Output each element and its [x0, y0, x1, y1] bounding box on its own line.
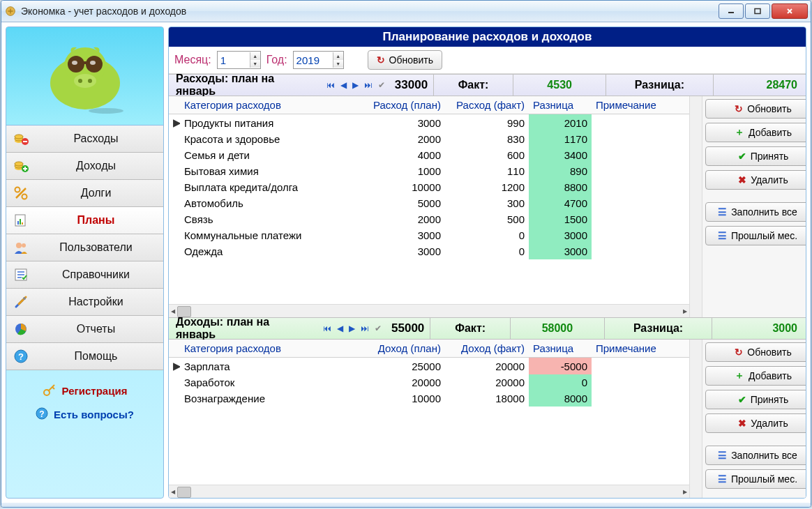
cell-plan: 25000 — [361, 358, 445, 375]
income-hscroll[interactable]: ◀▶ — [169, 485, 689, 498]
table-row[interactable]: Бытовая химия1000110890 — [169, 163, 689, 179]
table-row[interactable]: Вознаграждение10000180008000 — [169, 390, 689, 407]
expenses-fact-value: 4530 — [513, 75, 606, 96]
expenses-vscroll[interactable] — [689, 96, 702, 317]
sidebar-item-users[interactable]: Пользователи — [6, 234, 163, 261]
cell-plan: 20000 — [361, 374, 445, 390]
question-icon: ? — [36, 407, 48, 422]
income-accept-button[interactable]: ✔Принять — [705, 390, 806, 409]
expenses-hscroll[interactable]: ◀▶ — [169, 304, 689, 317]
year-spinner[interactable]: ▲▼ — [293, 51, 344, 69]
sidebar-item-help[interactable]: ? Помощь — [6, 343, 163, 370]
sidebar-item-references[interactable]: Справочники — [6, 261, 163, 289]
table-row[interactable]: Одежда300003000 — [169, 243, 689, 259]
svg-point-6 — [78, 79, 82, 83]
sidebar-item-debts[interactable]: Долги — [6, 180, 163, 207]
col-note[interactable]: Примечание — [592, 96, 689, 114]
cell-plan: 2000 — [361, 131, 445, 147]
list-icon: ☰ — [718, 473, 727, 485]
cell-note — [592, 211, 689, 227]
row-marker — [169, 147, 180, 163]
cell-note — [592, 179, 689, 195]
income-grid[interactable]: Категория расходов Доход (план) Доход (ф… — [169, 340, 689, 485]
table-row[interactable]: ▶Зарплата2500020000-5000 — [169, 358, 689, 375]
nav-first-icon[interactable]: ⏮ — [323, 324, 331, 333]
cell-category: Продукты питания — [180, 114, 361, 132]
nav-first-icon[interactable]: ⏮ — [326, 80, 335, 90]
expenses-accept-button[interactable]: ✔Принять — [705, 146, 806, 166]
col-category[interactable]: Категория расходов — [180, 96, 361, 114]
table-row[interactable]: Семья и дети40006003400 — [169, 147, 689, 163]
col-category[interactable]: Категория расходов — [180, 340, 361, 358]
row-marker — [169, 374, 180, 390]
table-row[interactable]: Связь20005001500 — [169, 211, 689, 227]
table-row[interactable]: Коммунальные платежи300003000 — [169, 227, 689, 243]
window-title: Экономка - учет расходов и доходов — [21, 6, 719, 17]
nav-confirm-icon[interactable]: ✔ — [375, 324, 382, 333]
income-delete-button[interactable]: ✖Удалить — [705, 413, 806, 433]
questions-link[interactable]: ? Есть вопросы? — [36, 407, 134, 422]
cell-category: Бытовая химия — [180, 163, 361, 179]
row-marker — [169, 131, 180, 147]
year-input[interactable] — [294, 54, 333, 66]
registration-link[interactable]: Регистрация — [43, 383, 128, 399]
minimize-button[interactable] — [719, 3, 744, 19]
month-spinner[interactable]: ▲▼ — [217, 51, 261, 69]
col-diff[interactable]: Разница — [529, 340, 592, 358]
table-row[interactable]: Красота и здоровье20008301170 — [169, 131, 689, 147]
expenses-fill-all-button[interactable]: ☰Заполнить все — [705, 202, 806, 222]
svg-point-21 — [15, 162, 23, 166]
row-marker: ▶ — [169, 114, 180, 132]
nav-next-icon[interactable]: ▶ — [352, 80, 359, 90]
sidebar-item-expenses[interactable]: Расходы — [6, 126, 163, 153]
income-add-button[interactable]: ＋Добавить — [705, 366, 806, 386]
close-button[interactable] — [772, 3, 808, 19]
cell-diff: 890 — [529, 163, 592, 179]
refresh-button[interactable]: ↻ Обновить — [368, 50, 442, 70]
nav-prev-icon[interactable]: ◀ — [340, 80, 347, 90]
svg-rect-31 — [22, 222, 23, 225]
col-fact[interactable]: Расход (факт) — [445, 96, 529, 114]
income-summary-label: Доходы: план на январь — [169, 316, 319, 341]
spin-down-icon[interactable]: ▼ — [333, 60, 343, 68]
nav-last-icon[interactable]: ⏭ — [361, 324, 369, 333]
spin-down-icon[interactable]: ▼ — [250, 60, 260, 68]
income-vscroll[interactable] — [689, 340, 702, 498]
expenses-refresh-button[interactable]: ↻Обновить — [705, 99, 806, 119]
income-fill-all-button[interactable]: ☰Заполнить все — [705, 446, 806, 465]
table-row[interactable]: Выплата кредита/долга1000012008800 — [169, 179, 689, 195]
sidebar-item-income[interactable]: Доходы — [6, 153, 163, 180]
cell-category: Автомобиль — [180, 195, 361, 211]
table-row[interactable]: Заработок20000200000 — [169, 374, 689, 390]
expenses-prev-month-button[interactable]: ☰Прошлый мес. — [705, 226, 806, 245]
col-diff[interactable]: Разница — [529, 96, 592, 114]
nav-next-icon[interactable]: ▶ — [349, 324, 355, 333]
sidebar-item-plans[interactable]: Планы — [6, 207, 163, 234]
table-row[interactable]: ▶Продукты питания30009902010 — [169, 114, 689, 132]
col-fact[interactable]: Доход (факт) — [445, 340, 529, 358]
nav-last-icon[interactable]: ⏭ — [364, 80, 373, 90]
sidebar-item-settings[interactable]: Настройки — [6, 289, 163, 316]
income-panel: Доходы: план на январь ⏮ ◀ ▶ ⏭ ✔ 55000 Ф… — [169, 317, 806, 498]
nav-prev-icon[interactable]: ◀ — [337, 324, 343, 333]
expenses-panel: Расходы: план на январь ⏮ ◀ ▶ ⏭ ✔ 33000 … — [169, 74, 806, 317]
expenses-grid[interactable]: Категория расходов Расход (план) Расход … — [169, 96, 689, 304]
table-row[interactable]: Автомобиль50003004700 — [169, 195, 689, 211]
col-plan[interactable]: Доход (план) — [361, 340, 445, 358]
spin-up-icon[interactable]: ▲ — [250, 52, 260, 60]
col-plan[interactable]: Расход (план) — [361, 96, 445, 114]
nav-confirm-icon[interactable]: ✔ — [378, 80, 385, 90]
col-note[interactable]: Примечание — [592, 340, 689, 358]
app-icon — [4, 5, 17, 17]
income-refresh-button[interactable]: ↻Обновить — [705, 342, 806, 362]
sidebar-item-label: Справочники — [36, 268, 156, 281]
spin-up-icon[interactable]: ▲ — [333, 52, 343, 60]
svg-point-32 — [16, 243, 22, 248]
income-prev-month-button[interactable]: ☰Прошлый мес. — [705, 469, 806, 489]
expenses-delete-button[interactable]: ✖Удалить — [705, 170, 806, 190]
sidebar-item-reports[interactable]: Отчеты — [6, 316, 163, 343]
cell-fact: 18000 — [445, 390, 529, 407]
month-input[interactable] — [218, 54, 250, 66]
maximize-button[interactable] — [745, 3, 770, 19]
expenses-add-button[interactable]: ＋Добавить — [705, 123, 806, 142]
